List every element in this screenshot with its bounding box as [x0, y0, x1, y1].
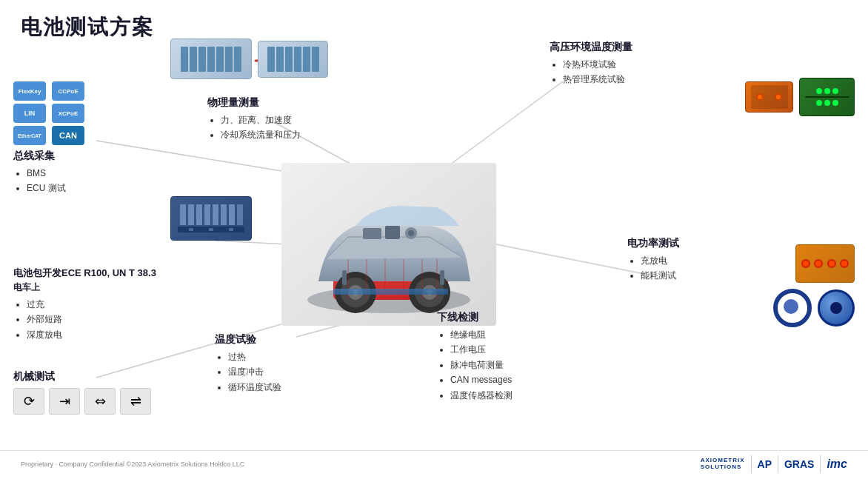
hw-orange-device	[745, 81, 793, 113]
ccp-icon: CCPoE	[52, 81, 84, 101]
physical-title: 物理量测量	[207, 96, 370, 110]
svg-line-2	[444, 81, 563, 169]
bus-title: 总线采集	[13, 150, 161, 163]
logo-divider-2	[778, 455, 778, 473]
offline-item-1: 工作电压	[450, 342, 615, 357]
mech-title: 机械测试	[13, 370, 176, 383]
svg-point-26	[408, 230, 414, 236]
devices-top-right	[745, 78, 855, 116]
flexray-icon: FlexKey	[13, 81, 46, 101]
car-illustration	[281, 163, 496, 326]
logo-gras: GRAS	[784, 458, 814, 470]
battery-item-0: 过充	[27, 297, 198, 312]
hw-slot-s3	[285, 47, 293, 72]
svg-line-3	[215, 241, 289, 244]
sensor-row	[773, 289, 855, 327]
footer: Proprietary · Company Confidential ©2023…	[0, 450, 868, 473]
hw-green-led-1	[816, 88, 822, 94]
temp-item-2: 循环温度试验	[228, 380, 378, 395]
clamp-outer	[773, 289, 812, 327]
svg-rect-22	[440, 270, 444, 285]
svg-rect-24	[385, 226, 400, 239]
offline-items-list: 绝缘电阻 工作电压 脉冲电荷测量 CAN messages 温度传感器检测	[437, 327, 615, 403]
logo-imc: imc	[827, 458, 847, 471]
temp-section: 温度试验 过热 温度冲击 循环温度试验	[215, 333, 378, 395]
bus-item-1: ECU 测试	[27, 181, 161, 195]
power-dot-3	[827, 259, 836, 268]
svg-rect-33	[333, 289, 448, 295]
hw-slots	[178, 44, 244, 75]
highvolt-section: 高压环境温度测量 冷热环境试验 热管理系统试验	[550, 41, 720, 87]
svg-line-4	[496, 244, 644, 274]
hw-green-led-5	[824, 100, 830, 106]
hw-green-row-2	[816, 100, 838, 106]
hardware-top	[170, 38, 328, 79]
temp-item-1: 温度冲击	[228, 364, 378, 379]
svg-rect-21	[342, 270, 347, 285]
temp-item-0: 过热	[228, 349, 378, 364]
power-dot-2	[814, 259, 823, 268]
logo-axiometrix: AXIOMETRIX SOLUTIONS	[701, 458, 745, 471]
battery-subtitle: 电车上	[13, 281, 198, 294]
hw-slots-2	[264, 44, 322, 75]
logo-ap: AP	[758, 458, 772, 470]
battery-section: 电池包开发ECE R100, UN T 38.3 电车上 过充 外部短路 深度放…	[13, 267, 198, 342]
logo-divider-1	[751, 455, 752, 473]
hw-slot-s4	[294, 47, 301, 72]
mech-icon-shock: ⇥	[49, 388, 80, 415]
physical-section: 物理量测量 力、距离、加速度 冷却系统流量和压力	[207, 96, 370, 143]
hw-slot-6	[225, 47, 233, 72]
car-svg	[281, 163, 496, 326]
hw-green-row	[816, 88, 838, 94]
hw-green-led-3	[832, 88, 838, 94]
bus-item-0: BMS	[27, 166, 161, 181]
hw-slot-1	[181, 47, 188, 72]
temp-items-list: 过热 温度冲击 循环温度试验	[215, 349, 378, 395]
offline-title: 下线检测	[437, 311, 615, 324]
mech-icon-vibration: ⟳	[13, 388, 44, 415]
page: 电池测试方案 FlexKey CCPoE LIN XCPoE EtherCAT …	[0, 0, 868, 479]
hw-chassis-secondary	[258, 41, 328, 78]
power-item-0: 充放电	[641, 253, 761, 268]
power-items-list: 充放电 能耗测试	[627, 253, 761, 284]
hw-green-led-4	[816, 100, 822, 106]
mech-icons-row: ⟳ ⇥ ⇔ ⇌	[13, 388, 176, 415]
offline-item-2: 脉冲电荷测量	[450, 358, 615, 372]
bus-section: FlexKey CCPoE LIN XCPoE EtherCAT CAN 总线采…	[13, 81, 161, 196]
xcp-icon: XCPoE	[52, 104, 84, 123]
clamp-sensor	[773, 289, 812, 327]
battery-item-1: 外部短路	[27, 312, 198, 326]
power-device-orange	[795, 244, 855, 283]
bus-icons-grid: FlexKey CCPoE LIN XCPoE EtherCAT CAN	[13, 81, 87, 145]
hw-chassis-main	[170, 38, 252, 79]
hw-slot-s5	[303, 47, 310, 72]
hw-slot-4	[207, 47, 215, 72]
mech-icon-crush: ⇔	[84, 388, 116, 415]
power-item-1: 能耗测试	[641, 268, 761, 283]
highvolt-item-0: 冷热环境试验	[563, 57, 720, 72]
hw-slot-s2	[276, 47, 284, 72]
battery-title: 电池包开发ECE R100, UN T 38.3	[13, 267, 198, 280]
hw-slot-2	[190, 47, 197, 72]
power-title: 电功率测试	[627, 237, 761, 250]
highvolt-item-1: 热管理系统试验	[563, 72, 720, 87]
bus-items-list: BMS ECU 测试	[13, 166, 161, 196]
hw-green-led-6	[832, 100, 838, 106]
page-title: 电池测试方案	[21, 13, 154, 41]
footer-logos: AXIOMETRIX SOLUTIONS AP GRAS imc	[701, 455, 847, 473]
svg-rect-23	[363, 228, 381, 239]
offline-item-3: CAN messages	[450, 372, 615, 387]
power-section: 电功率测试 充放电 能耗测试	[627, 237, 761, 284]
offline-item-4: 温度传感器检测	[450, 388, 615, 403]
hw-slot-s1	[267, 47, 275, 72]
logo-divider-3	[820, 455, 821, 473]
footer-copyright: Proprietary · Company Confidential ©2023…	[21, 460, 244, 468]
mech-icon-drop: ⇌	[120, 388, 151, 415]
hw-slot-5	[216, 47, 224, 72]
highvolt-items-list: 冷热环境试验 热管理系统试验	[550, 57, 720, 87]
car-image	[281, 163, 496, 326]
offline-item-0: 绝缘电阻	[450, 327, 615, 342]
mech-section: 机械测试 ⟳ ⇥ ⇔ ⇌	[13, 370, 176, 415]
hw-slot-s6	[312, 47, 319, 72]
physical-item-0: 力、距离、加速度	[221, 113, 370, 127]
